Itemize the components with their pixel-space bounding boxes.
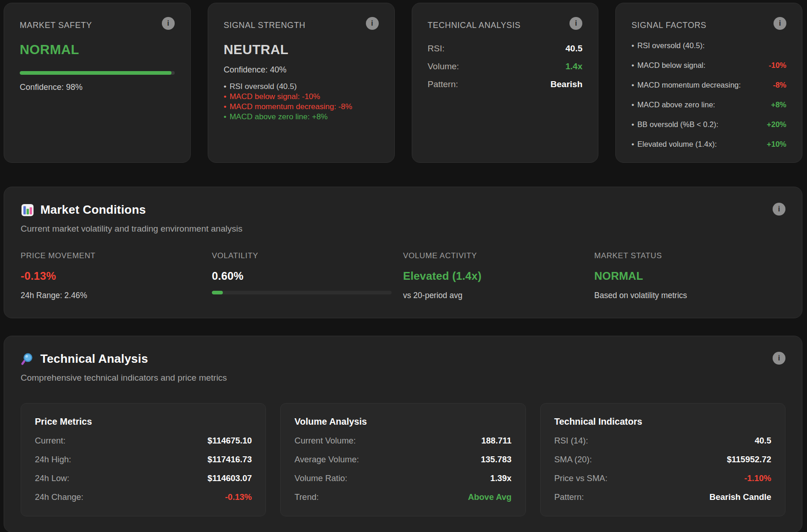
card-header: TECHNICAL ANALYSIS i	[428, 17, 583, 30]
technical-analysis-section-title: Technical Analysis	[40, 352, 148, 366]
factor-label: MACD below signal:	[631, 61, 705, 70]
factor-label: RSI oversold (40.5):	[631, 41, 705, 50]
confidence-progress-bar	[20, 71, 175, 75]
row-label: Average Volume:	[294, 454, 359, 465]
table-row: Pattern: Bearish Candle	[554, 492, 771, 502]
market-conditions-columns: PRICE MOVEMENT -0.13% 24h Range: 2.46% V…	[21, 251, 785, 300]
magnifying-glass-icon	[21, 352, 34, 366]
pattern-row: Pattern: Bearish	[428, 79, 583, 89]
row-value: 1.39x	[490, 473, 511, 483]
market-safety-status: NORMAL	[20, 42, 175, 57]
volatility-progress-bar	[212, 291, 392, 294]
info-icon[interactable]: i	[773, 203, 785, 216]
market-conditions-panel: Market Conditions i Current market volat…	[4, 187, 802, 318]
technical-analysis-title: TECHNICAL ANALYSIS	[428, 17, 521, 30]
technical-analysis-card: TECHNICAL ANALYSIS i RSI: 40.5 Volume: 1…	[412, 3, 599, 163]
info-icon[interactable]: i	[162, 17, 175, 30]
factor-row: MACD above zero line: +8%	[631, 100, 786, 109]
market-safety-card: MARKET SAFETY i NORMAL Confidence: 98%	[4, 3, 191, 163]
summary-cards-row: MARKET SAFETY i NORMAL Confidence: 98% S…	[4, 3, 802, 163]
technical-analysis-panel: Technical Analysis i Comprehensive techn…	[4, 336, 802, 532]
market-safety-title: MARKET SAFETY	[20, 17, 92, 30]
info-icon[interactable]: i	[569, 17, 582, 30]
factor-row: MACD momentum decreasing: -8%	[631, 81, 786, 89]
market-status-note: Based on volatility metrics	[594, 291, 785, 300]
confidence-progress-fill	[20, 71, 171, 75]
row-value: Above Avg	[468, 492, 511, 502]
volatility-column: VOLATILITY 0.60%	[212, 251, 403, 300]
signal-factors-title: SIGNAL FACTORS	[631, 17, 706, 30]
factor-value: -10%	[768, 61, 786, 70]
factor-label: MACD momentum decreasing:	[631, 81, 741, 89]
factor-value: +8%	[771, 100, 786, 109]
signal-factor-list: RSI oversold (40.5) MACD below signal: -…	[224, 82, 379, 122]
column-header: PRICE MOVEMENT	[21, 251, 212, 260]
info-icon[interactable]: i	[773, 352, 785, 365]
column-header: VOLATILITY	[212, 251, 403, 260]
technical-indicators-title: Technical Indicators	[554, 416, 771, 427]
market-conditions-title: Market Conditions	[40, 203, 146, 217]
table-row: SMA (20): $115952.72	[554, 454, 771, 465]
technical-analysis-subtitle: Comprehensive technical indicators and p…	[21, 373, 785, 383]
column-header: MARKET STATUS	[594, 251, 785, 260]
row-label: Pattern:	[554, 492, 584, 502]
row-value: 40.5	[565, 44, 582, 54]
factor-value: +20%	[767, 120, 786, 129]
info-icon[interactable]: i	[774, 17, 786, 30]
card-header: SIGNAL FACTORS i	[631, 17, 786, 30]
table-row: 24h Change: -0.13%	[35, 492, 252, 502]
market-conditions-subtitle: Current market volatility and trading en…	[21, 224, 785, 234]
row-value: 135.783	[481, 454, 512, 465]
bar-chart-icon	[21, 203, 34, 217]
signal-strength-status: NEUTRAL	[224, 42, 379, 57]
list-item: MACD above zero line: +8%	[224, 112, 379, 122]
price-movement-column: PRICE MOVEMENT -0.13% 24h Range: 2.46%	[21, 251, 212, 300]
factor-row: BB oversold (%B < 0.2): +20%	[631, 120, 786, 129]
factor-value: +10%	[767, 140, 786, 149]
signal-strength-title: SIGNAL STRENGTH	[224, 17, 305, 30]
row-value: 1.4x	[565, 61, 582, 72]
row-value: -1.10%	[744, 473, 771, 483]
row-label: 24h Change:	[35, 492, 83, 502]
row-label: Volume Ratio:	[294, 473, 347, 483]
volatility-value: 0.60%	[212, 270, 403, 283]
table-row: Average Volume: 135.783	[294, 454, 511, 465]
row-value: $114603.07	[208, 473, 252, 483]
card-header: MARKET SAFETY i	[20, 17, 175, 30]
factor-row: RSI oversold (40.5):	[631, 41, 786, 50]
row-value: -0.13%	[225, 492, 252, 502]
row-label: Current:	[35, 436, 66, 446]
row-label: Volume:	[428, 61, 459, 72]
market-status-value: NORMAL	[594, 270, 785, 283]
info-icon[interactable]: i	[366, 17, 379, 30]
price-movement-note: 24h Range: 2.46%	[21, 291, 212, 300]
row-value: $114675.10	[208, 436, 252, 446]
row-value: $115952.72	[727, 454, 771, 465]
row-value: Bearish Candle	[709, 492, 771, 502]
table-row: 24h High: $117416.73	[35, 454, 252, 465]
table-row: Current: $114675.10	[35, 436, 252, 446]
panel-title-wrap: Market Conditions	[21, 203, 146, 217]
technical-analysis-cards: Price Metrics Current: $114675.10 24h Hi…	[21, 403, 785, 516]
volume-activity-column: VOLUME ACTIVITY Elevated (1.4x) vs 20-pe…	[403, 251, 594, 300]
factor-label: MACD above zero line:	[631, 100, 715, 109]
factor-row: MACD below signal: -10%	[631, 61, 786, 70]
volume-activity-note: vs 20-period avg	[403, 291, 594, 300]
factor-value: -8%	[773, 81, 786, 89]
row-label: RSI (14):	[554, 436, 588, 446]
trading-dashboard: MARKET SAFETY i NORMAL Confidence: 98% S…	[0, 0, 807, 532]
volatility-progress-fill	[212, 291, 223, 294]
price-movement-value: -0.13%	[21, 270, 212, 283]
row-label: SMA (20):	[554, 454, 592, 465]
table-row: Volume Ratio: 1.39x	[294, 473, 511, 483]
table-row: RSI (14): 40.5	[554, 436, 771, 446]
row-value: Bearish	[551, 79, 583, 89]
row-label: RSI:	[428, 44, 445, 54]
row-label: Current Volume:	[294, 436, 356, 446]
card-header: SIGNAL STRENGTH i	[224, 17, 379, 30]
panel-header: Technical Analysis i	[21, 352, 785, 366]
list-item: RSI oversold (40.5)	[224, 82, 379, 92]
column-header: VOLUME ACTIVITY	[403, 251, 594, 260]
list-item: MACD below signal: -10%	[224, 92, 379, 102]
price-metrics-title: Price Metrics	[35, 416, 252, 427]
